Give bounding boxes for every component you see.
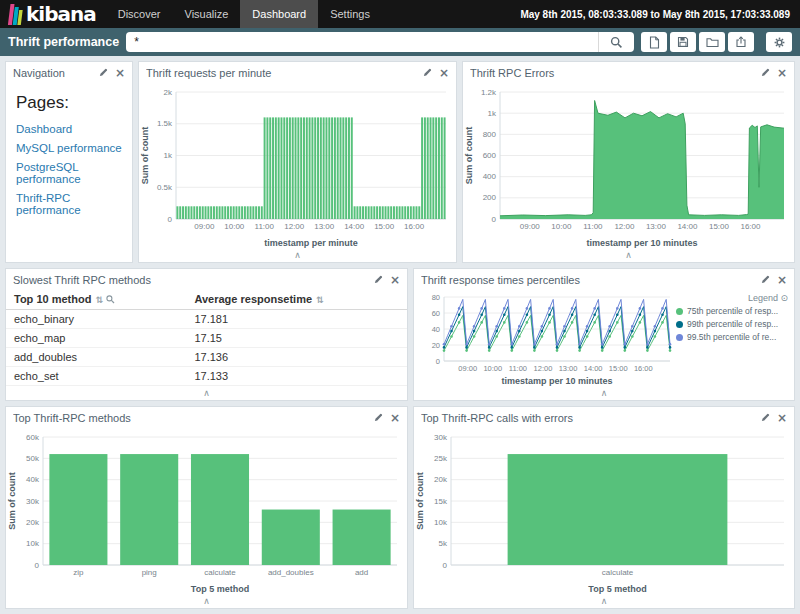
svg-text:09:00: 09:00 — [194, 222, 215, 231]
panel-slowest-thrift-rpc-methods: Slowest Thrift RPC methods × Top 10 meth… — [5, 268, 408, 401]
legend-item[interactable]: 99.5th percentile of re... — [676, 332, 788, 342]
kibana-logo-icon — [7, 4, 23, 25]
load-dashboard-button[interactable] — [699, 32, 725, 52]
legend-item[interactable]: 75th percentile of resp... — [676, 306, 788, 316]
dashboard-settings-button[interactable] — [766, 32, 792, 52]
svg-text:1.5k: 1.5k — [157, 119, 173, 128]
panel-collapse-button[interactable]: ∧ — [6, 595, 407, 608]
tab-visualize[interactable]: Visualize — [173, 0, 241, 28]
collapse-chevron-icon: ∧ — [625, 251, 632, 260]
legend-title: Legend — [748, 293, 778, 303]
save-dashboard-button[interactable] — [670, 32, 696, 52]
query-group — [126, 32, 634, 52]
close-panel-icon[interactable]: × — [115, 67, 125, 79]
folder-open-icon — [706, 37, 719, 48]
collapse-chevron-icon: ∧ — [601, 389, 608, 398]
svg-text:600: 600 — [483, 151, 497, 160]
pages-heading: Pages: — [16, 93, 122, 113]
svg-text:200: 200 — [483, 193, 497, 202]
close-panel-icon[interactable]: × — [777, 412, 787, 424]
svg-text:calculate: calculate — [204, 568, 236, 577]
svg-text:10:00: 10:00 — [483, 364, 502, 373]
panel-title: Slowest Thrift RPC methods — [13, 274, 374, 286]
legend-color-dot — [676, 308, 683, 315]
panel-title: Top Thrift-RPC calls with errors — [421, 412, 761, 424]
table-sort-header[interactable]: Top 10 method⇅ — [6, 290, 186, 310]
panel-collapse-button[interactable]: ∧ — [6, 387, 407, 400]
legend-item[interactable]: 99th percentile of resp... — [676, 319, 788, 329]
column-search-icon[interactable] — [106, 295, 115, 304]
nav-link-thrift-rpc-performance[interactable]: Thrift-RPC performance — [16, 192, 122, 216]
panel-top-thrift-rpc-methods: Top Thrift-RPC methods × 010k20k30k40k50… — [5, 406, 408, 609]
time-range-picker[interactable]: May 8th 2015, 08:03:33.089 to May 8th 20… — [520, 0, 800, 28]
tab-settings[interactable]: Settings — [318, 0, 382, 28]
panel-thrift-rpc-errors: Thrift RPC Errors × 02004006008001k1.2k0… — [462, 61, 795, 263]
svg-text:Sum of count: Sum of count — [140, 127, 150, 185]
svg-text:1k: 1k — [164, 151, 173, 160]
edit-panel-icon[interactable] — [374, 275, 383, 284]
svg-text:14:00: 14:00 — [584, 364, 603, 373]
svg-text:Sum of count: Sum of count — [415, 472, 425, 530]
gear-icon — [773, 36, 786, 49]
panel-collapse-button[interactable]: ∧ — [463, 249, 794, 262]
share-export-icon — [735, 36, 747, 48]
table-row: echo_set17.133 — [6, 367, 407, 386]
svg-text:09:00: 09:00 — [520, 222, 541, 231]
edit-panel-icon[interactable] — [374, 413, 383, 422]
top-navbar: kibana DiscoverVisualizeDashboardSetting… — [0, 0, 800, 28]
nav-link-mysql-performance[interactable]: MySQL performance — [16, 142, 122, 154]
search-icon — [610, 36, 623, 49]
top-errors-chart: 05k10k15k20k25k30kcalculateTop 5 methodS… — [414, 428, 794, 595]
legend-toggle-icon: ⊙ — [780, 293, 788, 303]
svg-text:12:00: 12:00 — [284, 222, 305, 231]
svg-text:15k: 15k — [434, 497, 448, 506]
svg-text:add_doubles: add_doubles — [268, 568, 314, 577]
table-sort-header[interactable]: Average responsetime⇅ — [186, 290, 407, 310]
response-percentiles-chart: 02040608009:0010:0011:0012:0013:0014:001… — [414, 290, 676, 387]
edit-panel-icon[interactable] — [761, 413, 770, 422]
svg-text:Sum of count: Sum of count — [7, 472, 17, 530]
panel-collapse-button[interactable]: ∧ — [414, 387, 794, 400]
edit-panel-icon[interactable] — [761, 275, 770, 284]
kibana-logo[interactable]: kibana — [0, 0, 106, 28]
panel-collapse-button[interactable]: ∧ — [139, 249, 456, 262]
requests-per-minute-chart: 00.5k1k1.5k2k09:0010:0011:0012:0013:0014… — [139, 83, 456, 249]
query-input[interactable] — [126, 32, 598, 52]
svg-text:add: add — [355, 568, 368, 577]
legend-toggle[interactable]: Legend ⊙ — [676, 293, 788, 303]
svg-text:1k: 1k — [488, 109, 497, 118]
svg-text:60k: 60k — [26, 433, 40, 442]
close-panel-icon[interactable]: × — [390, 412, 400, 424]
tab-dashboard[interactable]: Dashboard — [240, 0, 318, 28]
nav-link-postgresql-performance[interactable]: PostgreSQL performance — [16, 161, 122, 185]
collapse-chevron-icon: ∧ — [294, 251, 301, 260]
close-panel-icon[interactable]: × — [439, 67, 449, 79]
svg-text:0.5k: 0.5k — [157, 183, 173, 192]
share-dashboard-button[interactable] — [728, 32, 754, 52]
collapse-chevron-icon: ∧ — [203, 389, 210, 398]
svg-text:0: 0 — [436, 357, 440, 366]
edit-panel-icon[interactable] — [761, 68, 770, 77]
close-panel-icon[interactable]: × — [777, 274, 787, 286]
svg-text:11:00: 11:00 — [509, 364, 527, 373]
navigation-links: DashboardMySQL performancePostgreSQL per… — [16, 123, 122, 216]
svg-text:ping: ping — [142, 568, 157, 577]
svg-text:80: 80 — [432, 293, 440, 302]
edit-panel-icon[interactable] — [99, 68, 108, 77]
edit-panel-icon[interactable] — [423, 68, 432, 77]
nav-link-dashboard[interactable]: Dashboard — [16, 123, 122, 135]
dashboard-title: Thrift performance — [8, 35, 119, 49]
svg-text:13:00: 13:00 — [559, 364, 578, 373]
search-button[interactable] — [598, 32, 634, 52]
table-row: echo_binary17.181 — [6, 310, 407, 329]
close-panel-icon[interactable]: × — [390, 274, 400, 286]
svg-text:5k: 5k — [439, 539, 448, 548]
tab-discover[interactable]: Discover — [106, 0, 173, 28]
svg-text:14:00: 14:00 — [344, 222, 365, 231]
new-dashboard-button[interactable] — [641, 32, 667, 52]
close-panel-icon[interactable]: × — [777, 67, 787, 79]
svg-text:09:00: 09:00 — [458, 364, 477, 373]
svg-text:25k: 25k — [434, 454, 448, 463]
slowest-methods-table: Top 10 method⇅Average responsetime⇅echo_… — [6, 290, 407, 386]
panel-collapse-button[interactable]: ∧ — [414, 595, 794, 608]
